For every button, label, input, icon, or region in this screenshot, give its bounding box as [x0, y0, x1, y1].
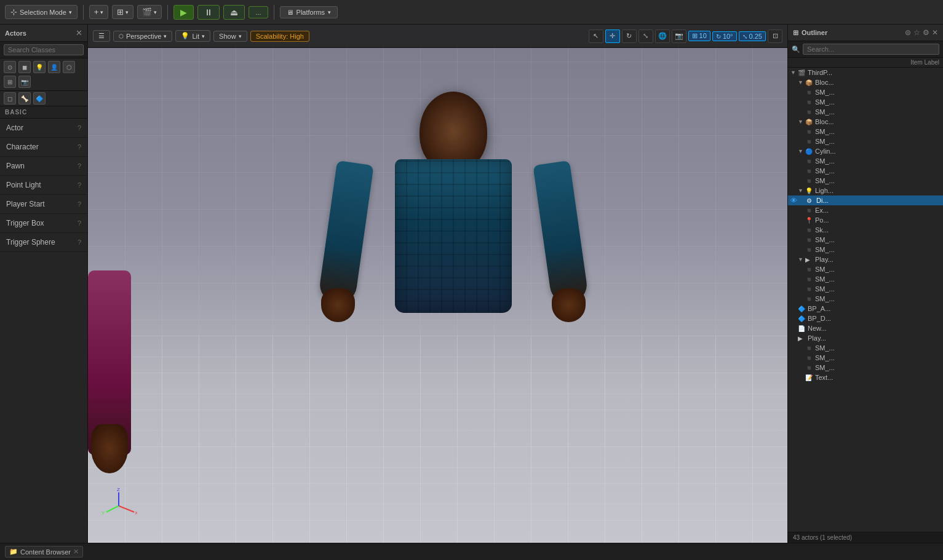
- visibility-icon[interactable]: 👁: [790, 197, 797, 204]
- show-button[interactable]: Show ▾: [213, 31, 247, 42]
- tree-item-sm-final[interactable]: ◾ SM_...: [788, 343, 943, 353]
- eject-button[interactable]: ⏏: [223, 5, 245, 20]
- tree-item-sm7[interactable]: ◾ SM_...: [788, 166, 943, 176]
- character-hand-right: [552, 288, 586, 322]
- tree-item-sm5[interactable]: ◾ SM_...: [788, 136, 943, 146]
- content-browser-close-icon[interactable]: ✕: [73, 548, 79, 556]
- tree-item-sm-final2[interactable]: ◾ SM_...: [788, 353, 943, 363]
- actor-item-character[interactable]: Character ?: [0, 138, 87, 157]
- tree-item-sm1[interactable]: ◾ SM_...: [788, 87, 943, 97]
- tree-item-sm8[interactable]: ◾ SM_...: [788, 176, 943, 186]
- lit-button[interactable]: 💡 Lit ▾: [175, 30, 210, 42]
- top-toolbar: ⊹ Selection Mode ▾ + ▾ ⊞ ▾ 🎬 ▾ ▶ ⏸ ⏏ ...…: [0, 0, 943, 25]
- actor-item-trigger-sphere[interactable]: Trigger Sphere ?: [0, 233, 87, 252]
- tree-item-bp-d[interactable]: 🔷 BP_D...: [788, 314, 943, 323]
- outliner-filter-icon[interactable]: ⊜: [905, 28, 911, 37]
- pause-button[interactable]: ⏸: [197, 5, 220, 20]
- rotation-snap-value: 10°: [723, 33, 733, 40]
- outliner-settings-icon[interactable]: ⚙: [923, 28, 929, 37]
- tree-arrow: ▼: [790, 69, 798, 76]
- translate-tool-button[interactable]: ✛: [605, 30, 620, 43]
- filter-all-icon[interactable]: ⊙: [4, 61, 16, 73]
- tree-item-sm13[interactable]: ◾ SM_...: [788, 284, 943, 294]
- tree-item-text[interactable]: 📝 Text...: [788, 373, 943, 382]
- filter-static-mesh-icon[interactable]: ◻: [4, 92, 16, 105]
- scalability-button[interactable]: Scalability: High: [250, 31, 309, 42]
- tree-item-sm2[interactable]: ◾ SM_...: [788, 97, 943, 107]
- play-button[interactable]: ▶: [173, 5, 194, 20]
- tree-item-sm10[interactable]: ◾ SM_...: [788, 245, 943, 254]
- grid-snap-value: 10: [699, 32, 707, 39]
- actor-item-actor[interactable]: Actor ?: [0, 119, 87, 138]
- rotation-snap-box[interactable]: ↻ 10°: [712, 31, 737, 41]
- viewport[interactable]: X Y Z ☰ ⬡ Perspective ▾ 💡 Lit ▾ Show ▾: [88, 25, 787, 543]
- cinematics-button[interactable]: 🎬 ▾: [137, 5, 162, 19]
- lit-label: Lit: [192, 33, 199, 40]
- bottom-bar: 📁 Content Browser ✕: [0, 543, 943, 560]
- outliner-star-icon[interactable]: ☆: [913, 28, 920, 37]
- filter-skeletal-icon[interactable]: 🦴: [18, 92, 31, 105]
- actor-item-player-start[interactable]: Player Start ?: [0, 195, 87, 214]
- scale-snap-box[interactable]: ⤡ 0.25: [739, 31, 766, 41]
- hamburger-menu-button[interactable]: ☰: [93, 30, 110, 42]
- tree-item-sk[interactable]: ◾ Sk...: [788, 225, 943, 235]
- tree-item-bloc2[interactable]: ▼ 📦 Bloc...: [788, 117, 943, 127]
- tree-item-sm3[interactable]: ◾ SM_...: [788, 107, 943, 117]
- content-drawer-button[interactable]: ⊞ ▾: [112, 5, 133, 19]
- svg-text:Z: Z: [117, 487, 120, 492]
- tree-item-play2[interactable]: ▶ Play...: [788, 333, 943, 343]
- select-tool-button[interactable]: ↖: [589, 30, 603, 43]
- perspective-button[interactable]: ⬡ Perspective ▾: [113, 31, 172, 42]
- grid-snap-box[interactable]: ⊞ 10: [688, 31, 710, 41]
- tree-label: Bloc...: [815, 118, 941, 125]
- platforms-button[interactable]: 🖥 Platforms ▾: [280, 6, 338, 18]
- camera-speed-button[interactable]: 📷: [672, 30, 686, 43]
- tree-item-ex[interactable]: ◾ Ex...: [788, 205, 943, 215]
- world-local-button[interactable]: 🌐: [655, 30, 670, 43]
- add-actor-button[interactable]: + ▾: [89, 5, 109, 19]
- tree-item-sm9[interactable]: ◾ SM_...: [788, 235, 943, 245]
- actor-item-pawn[interactable]: Pawn ?: [0, 157, 87, 176]
- tree-item-sm-final3[interactable]: ◾ SM_...: [788, 363, 943, 373]
- tree-item-new[interactable]: 📄 New...: [788, 323, 943, 333]
- filter-blueprint-icon[interactable]: 🔷: [33, 92, 46, 105]
- outliner-title-label: Outliner: [802, 29, 827, 36]
- filter-view-icon[interactable]: ⊞: [4, 76, 16, 88]
- tree-item-player[interactable]: ▼ ▶ Play...: [788, 254, 943, 264]
- outliner-list[interactable]: ▼ 🎬 ThirdP... ▼ 📦 Bloc... ◾ SM_... ◾: [788, 68, 943, 532]
- filter-mesh-icon[interactable]: ◼: [18, 61, 31, 73]
- tree-item-cylinder[interactable]: ▼ 🔵 Cylin...: [788, 146, 943, 156]
- tree-item-bloc1[interactable]: ▼ 📦 Bloc...: [788, 77, 943, 87]
- actor-item-point-light[interactable]: Point Light ?: [0, 176, 87, 195]
- tree-item-point[interactable]: 📍 Po...: [788, 215, 943, 225]
- character-arm-left: [317, 160, 373, 306]
- actor-item-point-light-help-icon: ?: [78, 181, 81, 189]
- tree-item-sm11[interactable]: ◾ SM_...: [788, 264, 943, 274]
- filter-actor-icon[interactable]: 👤: [48, 61, 60, 73]
- tree-item-directional-light[interactable]: 👁 ⚙ Di...: [788, 195, 943, 205]
- maximize-viewport-button[interactable]: ⊡: [768, 30, 782, 43]
- outliner-search-input[interactable]: [803, 44, 939, 55]
- filter-light-icon[interactable]: 💡: [33, 61, 46, 73]
- filter-camera-icon[interactable]: 📷: [18, 76, 31, 88]
- actor-item-trigger-box[interactable]: Trigger Box ?: [0, 214, 87, 233]
- more-play-button[interactable]: ...: [249, 6, 268, 18]
- search-classes-input[interactable]: [4, 44, 84, 55]
- tree-item-sm14[interactable]: ◾ SM_...: [788, 294, 943, 304]
- actor-item-player-start-label: Player Start: [6, 200, 45, 208]
- outliner-close-button[interactable]: ✕: [932, 28, 938, 37]
- selection-mode-button[interactable]: ⊹ Selection Mode ▾: [5, 5, 78, 19]
- scale-tool-button[interactable]: ⤡: [639, 30, 653, 43]
- tree-item-sm4[interactable]: ◾ SM_...: [788, 127, 943, 136]
- tree-item-bp-a[interactable]: 🔷 BP_A...: [788, 304, 943, 314]
- platforms-dropdown-icon: ▾: [328, 9, 331, 15]
- tree-item-light[interactable]: ▼ 💡 Ligh...: [788, 186, 943, 195]
- content-browser-button[interactable]: 📁 Content Browser ✕: [5, 546, 83, 558]
- rotate-tool-button[interactable]: ↻: [622, 30, 637, 43]
- light-icon: 💡: [805, 187, 814, 194]
- panel-close-button[interactable]: ✕: [76, 28, 82, 37]
- tree-item-sm12[interactable]: ◾ SM_...: [788, 274, 943, 284]
- tree-item-sm6[interactable]: ◾ SM_...: [788, 156, 943, 166]
- filter-geo-icon[interactable]: ⬡: [63, 61, 75, 73]
- tree-item-thirdp[interactable]: ▼ 🎬 ThirdP...: [788, 68, 943, 77]
